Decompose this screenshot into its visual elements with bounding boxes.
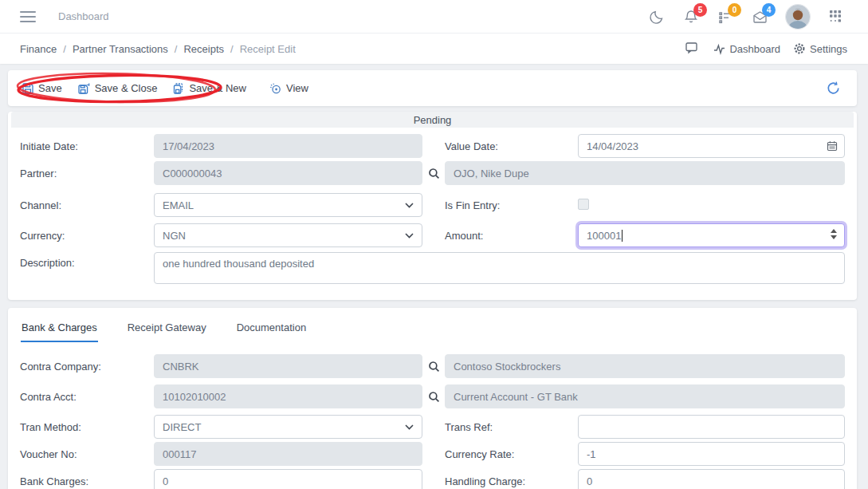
initiate-date-field [154, 134, 422, 158]
text-cursor [622, 230, 623, 242]
is-fin-entry-label: Is Fin Entry: [445, 199, 578, 211]
voucher-no-label: Voucher No: [20, 448, 154, 460]
top-header-bar: Dashboard 5 0 4 [0, 0, 868, 34]
handling-charge-label: Handling Charge: [445, 475, 578, 487]
detail-tabs: Bank & Charges Receipt Gateway Documenta… [8, 308, 857, 342]
contra-company-name-value: Contoso Stockbrockers [454, 361, 560, 373]
currency-rate-label: Currency Rate: [445, 448, 578, 460]
value-date-label: Value Date: [445, 140, 578, 152]
contra-company-label: Contra Company: [20, 361, 154, 373]
task-queue-icon[interactable]: 0 [717, 9, 733, 25]
receipt-form-card: Pending Initiate Date: Value Date: Partn… [8, 112, 857, 300]
partner-name-field: OJO, Nike Dupe [445, 161, 845, 185]
amount-stepper[interactable] [831, 229, 837, 239]
breadcrumb-separator: / [230, 43, 234, 55]
trans-ref-label: Trans Ref: [445, 421, 578, 433]
initiate-date-label: Initiate Date: [20, 140, 154, 152]
voucher-no-field [154, 442, 422, 466]
page-content: Save Save & Close Save & Ne [0, 64, 868, 489]
apps-grid-icon[interactable] [828, 9, 844, 25]
contra-acct-name-field: Current Account - GT Bank [445, 384, 845, 408]
save-and-close-button-label: Save & Close [95, 82, 158, 94]
partner-label: Partner: [20, 168, 154, 179]
view-button-label: View [286, 82, 308, 94]
user-avatar[interactable] [786, 5, 810, 29]
description-label: Description: [20, 252, 154, 269]
breadcrumb-quick-links: Dashboard Settings [685, 41, 847, 57]
save-new-icon [172, 82, 185, 95]
header-actions: 5 0 4 [649, 5, 868, 29]
breadcrumb-separator: / [175, 43, 178, 55]
save-and-new-button[interactable]: Save & New [172, 82, 246, 95]
activity-pulse-icon [713, 43, 725, 55]
save-and-close-button[interactable]: Save & Close [77, 82, 158, 95]
value-date-field[interactable] [578, 134, 845, 158]
handling-charge-field[interactable] [578, 469, 845, 489]
status-label: Pending [414, 114, 452, 126]
breadcrumb-finance[interactable]: Finance [20, 43, 57, 55]
bank-charges-field[interactable] [154, 469, 422, 489]
channel-select[interactable]: EMAIL [154, 193, 422, 217]
contra-company-code-field [154, 354, 422, 378]
currency-rate-field[interactable] [578, 442, 845, 466]
breadcrumb-bar: Finance / Partner Transactions / Receipt… [0, 34, 868, 64]
view-button[interactable]: View [269, 82, 308, 95]
view-eye-icon [269, 82, 282, 95]
save-and-new-button-label: Save & New [189, 82, 246, 94]
messages-mail-icon[interactable]: 4 [752, 9, 768, 25]
contra-company-name-field: Contoso Stockbrockers [445, 354, 845, 378]
tab-receipt-gateway[interactable]: Receipt Gateway [127, 321, 207, 342]
partner-name-value: OJO, Nike Dupe [454, 168, 529, 179]
contra-acct-search-icon[interactable] [428, 391, 440, 403]
trans-ref-field[interactable] [578, 415, 845, 439]
save-floppy-icon [22, 82, 34, 95]
amount-value: 100001 [587, 230, 621, 242]
tran-method-select[interactable]: DIRECT [154, 415, 422, 439]
breadcrumb-receipts[interactable]: Receipts [183, 43, 224, 55]
currency-select[interactable]: NGN [154, 223, 422, 247]
task-queue-badge: 0 [728, 3, 741, 17]
channel-value: EMAIL [163, 199, 194, 211]
refresh-icon[interactable] [826, 81, 841, 96]
tran-method-value: DIRECT [163, 421, 201, 433]
partner-code-field [154, 161, 422, 185]
gear-icon [793, 42, 806, 55]
currency-label: Currency: [20, 230, 154, 242]
messages-badge: 4 [762, 3, 776, 17]
notifications-badge: 5 [693, 3, 707, 17]
breadcrumb-partner-transactions[interactable]: Partner Transactions [73, 43, 168, 55]
app-title: Dashboard [58, 10, 109, 22]
calendar-icon[interactable] [827, 140, 838, 152]
tran-method-label: Tran Method: [20, 421, 154, 433]
save-button[interactable]: Save [22, 82, 62, 95]
contra-acct-name-value: Current Account - GT Bank [454, 391, 578, 403]
dashboard-link[interactable]: Dashboard [713, 43, 780, 55]
chat-bubble-icon[interactable] [685, 41, 701, 57]
chevron-down-icon [405, 424, 414, 430]
tab-documentation[interactable]: Documentation [236, 321, 307, 342]
chevron-down-icon [405, 233, 414, 239]
dark-mode-moon-icon[interactable] [649, 9, 665, 25]
record-toolbar: Save Save & Close Save & Ne [8, 70, 857, 106]
dashboard-link-label: Dashboard [729, 43, 780, 55]
breadcrumb-current: Receipt Edit [240, 43, 296, 55]
channel-label: Channel: [20, 199, 154, 211]
bank-charges-label: Bank Charges: [20, 475, 154, 487]
settings-link-label: Settings [810, 43, 847, 55]
tab-bank-and-charges[interactable]: Bank & Charges [21, 321, 98, 342]
contra-company-search-icon[interactable] [428, 361, 440, 373]
amount-field[interactable]: 100001 [578, 223, 845, 247]
breadcrumb-separator: / [63, 43, 66, 55]
detail-tabs-card: Bank & Charges Receipt Gateway Documenta… [8, 308, 857, 489]
partner-search-icon[interactable] [428, 168, 440, 179]
hamburger-menu-icon[interactable] [20, 8, 36, 26]
currency-value: NGN [163, 230, 186, 242]
save-button-label: Save [38, 82, 62, 94]
status-bar: Pending [11, 112, 854, 128]
contra-acct-label: Contra Acct: [20, 391, 154, 403]
chevron-down-icon [405, 203, 414, 208]
description-field[interactable]: one hundred thousand deposited [154, 252, 845, 284]
contra-acct-code-field [154, 384, 422, 408]
notifications-bell-icon[interactable]: 5 [683, 9, 699, 25]
settings-link[interactable]: Settings [793, 42, 847, 55]
